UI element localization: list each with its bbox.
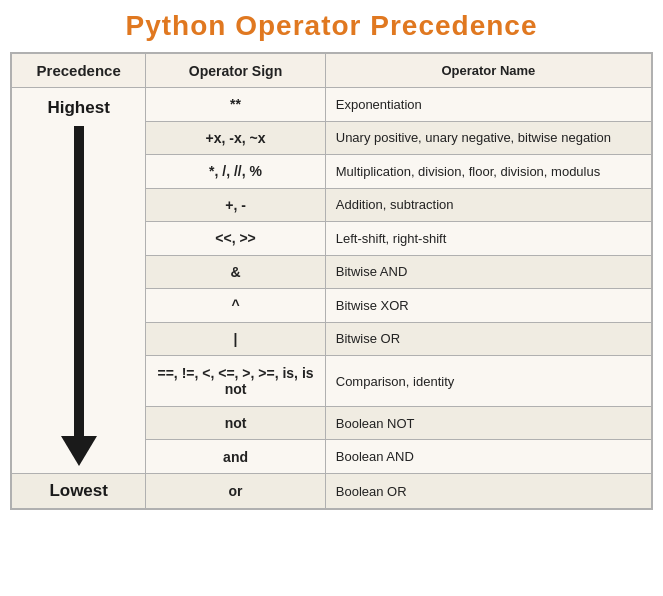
operator-sign-cell: *, /, //, % bbox=[146, 155, 325, 189]
operator-name-cell: Bitwise AND bbox=[325, 255, 652, 289]
operator-sign-cell: ==, !=, <, <=, >, >=, is, is not bbox=[146, 356, 325, 407]
operator-name-cell: Multiplication, division, floor, divisio… bbox=[325, 155, 652, 189]
col-header-precedence: Precedence bbox=[11, 53, 146, 88]
lowest-label: Lowest bbox=[11, 474, 146, 510]
page-container: Python Operator Precedence Precedence Op… bbox=[10, 10, 653, 510]
operator-sign-cell: ** bbox=[146, 88, 325, 122]
operator-sign-cell: | bbox=[146, 322, 325, 356]
operator-sign-cell: and bbox=[146, 440, 325, 474]
operator-name-cell: Unary positive, unary negative, bitwise … bbox=[325, 121, 652, 155]
precedence-highest-cell: Highest bbox=[11, 88, 146, 474]
operator-sign-cell: ^ bbox=[146, 289, 325, 323]
operator-name-cell: Boolean NOT bbox=[325, 406, 652, 440]
arrow-icon bbox=[61, 126, 97, 466]
operator-name-cell: Left-shift, right-shift bbox=[325, 222, 652, 256]
operator-name-cell: Boolean OR bbox=[325, 474, 652, 510]
operator-sign-cell: & bbox=[146, 255, 325, 289]
operator-sign-cell: +, - bbox=[146, 188, 325, 222]
table-row: Highest**Exponentiation bbox=[11, 88, 652, 122]
precedence-table: Precedence Operator Sign Operator Name H… bbox=[10, 52, 653, 510]
operator-sign-cell: +x, -x, ~x bbox=[146, 121, 325, 155]
operator-name-cell: Exponentiation bbox=[325, 88, 652, 122]
svg-marker-1 bbox=[61, 436, 97, 466]
operator-name-cell: Bitwise XOR bbox=[325, 289, 652, 323]
operator-name-cell: Bitwise OR bbox=[325, 322, 652, 356]
operator-name-cell: Addition, subtraction bbox=[325, 188, 652, 222]
page-title: Python Operator Precedence bbox=[10, 10, 653, 42]
operator-name-cell: Boolean AND bbox=[325, 440, 652, 474]
highest-label: Highest bbox=[22, 98, 135, 118]
col-header-operator-name: Operator Name bbox=[325, 53, 652, 88]
table-row: LowestorBoolean OR bbox=[11, 474, 652, 510]
col-header-operator-sign: Operator Sign bbox=[146, 53, 325, 88]
operator-sign-cell: <<, >> bbox=[146, 222, 325, 256]
operator-sign-cell: not bbox=[146, 406, 325, 440]
operator-sign-cell: or bbox=[146, 474, 325, 510]
operator-name-cell: Comparison, identity bbox=[325, 356, 652, 407]
